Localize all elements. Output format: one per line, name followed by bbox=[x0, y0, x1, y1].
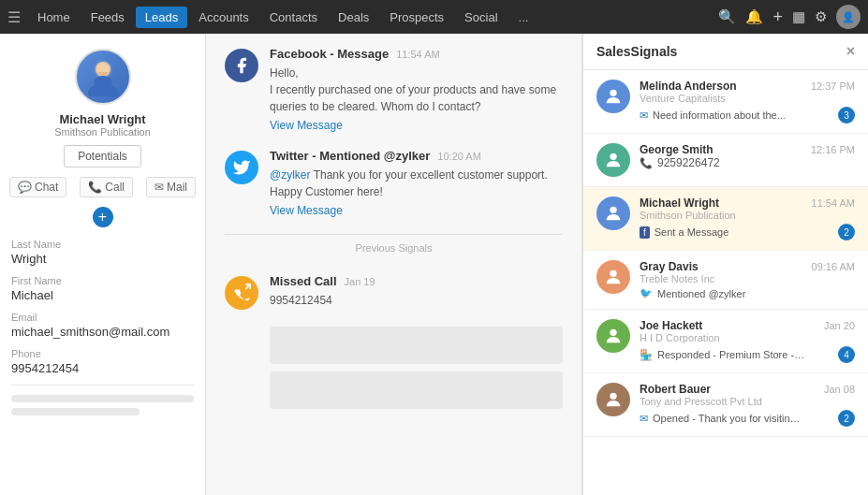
signal-company-melinda: Venture Capitalists bbox=[640, 93, 855, 104]
signal-company-joe: H I D Corporation bbox=[640, 332, 855, 343]
tw-action-icon: 🐦 bbox=[640, 287, 653, 299]
feed-call-phone: 9954212454 bbox=[270, 292, 563, 309]
svg-point-9 bbox=[610, 329, 616, 336]
last-name-value: Wright bbox=[11, 252, 194, 266]
call-button[interactable]: 📞 Call bbox=[80, 177, 133, 197]
signal-item-melinda[interactable]: Melinda Anderson 12:37 PM Venture Capita… bbox=[583, 70, 868, 134]
svg-point-6 bbox=[610, 153, 616, 160]
first-name-label: First Name bbox=[11, 275, 194, 286]
add-button[interactable]: + bbox=[93, 207, 113, 227]
signal-action-text-michael: Sent a Message bbox=[655, 226, 729, 238]
feed-facebook-time: 11:54 AM bbox=[396, 49, 439, 60]
svg-point-8 bbox=[610, 270, 616, 277]
signal-badge-michael: 2 bbox=[838, 224, 855, 240]
feed-call-body: Missed Call Jan 19 9954212454 bbox=[270, 274, 563, 310]
call-icon: 📞 bbox=[88, 181, 102, 194]
bell-icon[interactable]: 🔔 bbox=[745, 8, 763, 25]
first-name-value: Michael bbox=[11, 288, 194, 302]
signal-time-robert: Jan 08 bbox=[824, 384, 855, 395]
signal-body-robert: Robert Bauer Jan 08 Tony and Presscott P… bbox=[640, 383, 855, 427]
twitter-icon bbox=[225, 151, 258, 184]
settings-icon[interactable]: ⚙ bbox=[815, 8, 827, 25]
signal-phone-george: 9259226472 bbox=[657, 156, 720, 169]
signal-time-gray: 09:16 AM bbox=[812, 261, 855, 272]
contact-company: Smithson Publication bbox=[11, 126, 194, 138]
potentials-button[interactable]: Potentials bbox=[64, 145, 141, 167]
signal-name-gray: Gray Davis bbox=[640, 260, 699, 273]
contact-avatar bbox=[75, 49, 131, 105]
mail-icon: ✉ bbox=[154, 181, 164, 194]
nav-deals[interactable]: Deals bbox=[329, 7, 378, 28]
last-name-label: Last Name bbox=[11, 239, 194, 250]
nav-accounts[interactable]: Accounts bbox=[189, 7, 257, 28]
signal-action-michael: f Sent a Message bbox=[640, 226, 728, 239]
signal-body-joe: Joe Hackett Jan 20 H I D Corporation 🏪 R… bbox=[640, 319, 855, 363]
chat-icon: 💬 bbox=[18, 181, 32, 194]
signal-body-gray: Gray Davis 09:16 AM Treble Notes Inc 🐦 M… bbox=[640, 260, 855, 299]
signal-name-george: George Smith bbox=[640, 143, 714, 156]
missed-call-icon bbox=[225, 276, 258, 310]
hamburger-icon[interactable]: ☰ bbox=[7, 8, 21, 26]
facebook-icon bbox=[225, 49, 258, 82]
nav-prospects[interactable]: Prospects bbox=[380, 7, 453, 28]
svg-point-10 bbox=[610, 393, 616, 400]
signal-action-gray: 🐦 Mentioned @zylker bbox=[640, 287, 855, 299]
phone-action-icon: 📞 bbox=[640, 157, 653, 169]
nav-home[interactable]: Home bbox=[28, 7, 80, 28]
search-icon[interactable]: 🔍 bbox=[718, 8, 736, 25]
feed-facebook-body: Facebook - Message 11:54 AM Hello,I rece… bbox=[270, 47, 563, 132]
email-value: michael_smithson@mail.com bbox=[11, 325, 194, 339]
svg-point-7 bbox=[610, 207, 616, 213]
signal-name-michael: Michael Wright bbox=[640, 197, 719, 210]
signal-action-melinda: ✉ Need information about the... bbox=[640, 109, 786, 122]
feed-call-title: Missed Call bbox=[270, 274, 337, 288]
twitter-mention: @zylker bbox=[270, 168, 311, 182]
mail-button[interactable]: ✉ Mail bbox=[146, 177, 196, 197]
nav-social[interactable]: Social bbox=[455, 7, 507, 28]
nav-feeds[interactable]: Feeds bbox=[81, 7, 134, 28]
signal-item-robert[interactable]: Robert Bauer Jan 08 Tony and Presscott P… bbox=[583, 373, 868, 437]
view-message-link-fb[interactable]: View Message bbox=[270, 119, 563, 132]
signals-panel: SalesSignals × Melinda Anderson 12:37 PM… bbox=[582, 34, 868, 495]
signal-time-george: 12:16 PM bbox=[811, 144, 855, 155]
feed-facebook-text: Hello,I recently purchased one of your p… bbox=[270, 65, 563, 115]
feed-twitter-text: @zylker Thank you for your excellent cus… bbox=[270, 167, 563, 200]
signal-name-joe: Joe Hackett bbox=[640, 319, 702, 332]
signal-action-text-gray: Mentioned @zylker bbox=[657, 288, 745, 299]
signal-avatar-robert bbox=[596, 383, 630, 416]
signal-body-melinda: Melinda Anderson 12:37 PM Venture Capita… bbox=[640, 80, 855, 124]
chat-button[interactable]: 💬 Chat bbox=[9, 177, 66, 197]
signal-time-melinda: 12:37 PM bbox=[811, 80, 855, 92]
grid-icon[interactable]: ▦ bbox=[792, 8, 805, 25]
signals-list: Melinda Anderson 12:37 PM Venture Capita… bbox=[583, 70, 868, 495]
placeholder-bar-2 bbox=[11, 408, 140, 415]
signal-avatar-joe bbox=[596, 319, 630, 353]
signal-item-gray[interactable]: Gray Davis 09:16 AM Treble Notes Inc 🐦 M… bbox=[583, 251, 868, 310]
nav-more[interactable]: ... bbox=[509, 7, 538, 28]
feed-twitter-time: 10:20 AM bbox=[437, 151, 480, 162]
fb-action-icon: f bbox=[640, 226, 650, 239]
signals-header: SalesSignals × bbox=[583, 34, 868, 70]
signals-close-button[interactable]: × bbox=[846, 43, 855, 60]
signal-item-michael[interactable]: Michael Wright 11:54 AM Smithson Publica… bbox=[583, 187, 868, 251]
signal-time-joe: Jan 20 bbox=[824, 320, 855, 331]
feed-call-date: Jan 19 bbox=[345, 276, 375, 287]
feed-item-missed-call: Missed Call Jan 19 9954212454 bbox=[225, 274, 563, 310]
signal-badge-robert: 2 bbox=[838, 410, 855, 427]
signal-item-joe[interactable]: Joe Hackett Jan 20 H I D Corporation 🏪 R… bbox=[583, 310, 868, 373]
placeholder-bar-1 bbox=[11, 395, 194, 402]
signal-name-robert: Robert Bauer bbox=[640, 383, 711, 396]
signal-action-joe: 🏪 Responded - Premium Store - Fee... bbox=[640, 349, 807, 361]
avatar[interactable]: 👤 bbox=[836, 5, 861, 29]
center-feed: Facebook - Message 11:54 AM Hello,I rece… bbox=[206, 34, 582, 495]
plus-icon[interactable]: + bbox=[772, 7, 783, 27]
signals-title: SalesSignals bbox=[596, 44, 677, 59]
view-message-link-tw[interactable]: View Message bbox=[270, 204, 563, 217]
phone-value: 9954212454 bbox=[11, 361, 194, 375]
nav-leads[interactable]: Leads bbox=[136, 7, 187, 28]
nav-contacts[interactable]: Contacts bbox=[260, 7, 327, 28]
signal-avatar-george bbox=[596, 143, 630, 177]
signal-item-george[interactable]: George Smith 12:16 PM 📞 9259226472 bbox=[583, 134, 868, 187]
topnav: ☰ Home Feeds Leads Accounts Contacts Dea… bbox=[0, 0, 868, 34]
signal-company-robert: Tony and Presscott Pvt Ltd bbox=[640, 396, 855, 407]
